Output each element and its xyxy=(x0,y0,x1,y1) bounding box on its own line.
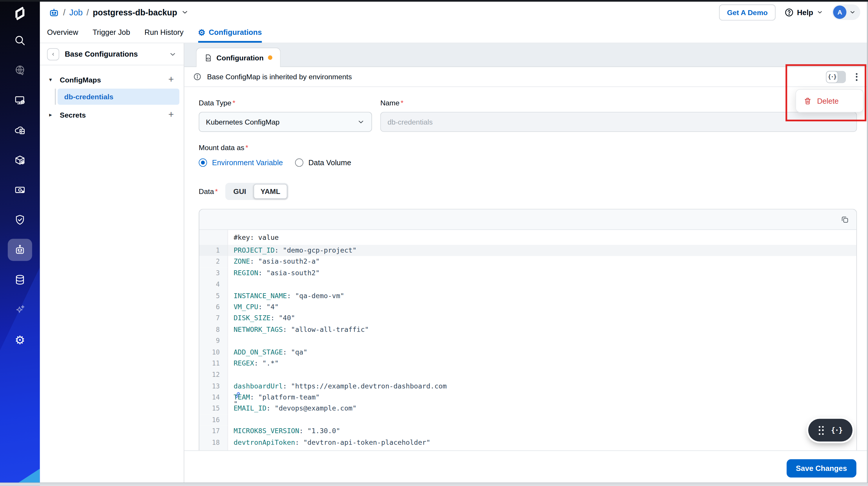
copy-icon[interactable] xyxy=(840,215,849,224)
save-footer: Save Changes xyxy=(184,450,868,486)
line-content: PROJECT_ID: "demo-gcp-project" xyxy=(228,245,356,256)
data-type-select[interactable]: Kubernetes ConfigMap xyxy=(199,112,372,132)
breadcrumb-job-link[interactable]: Job xyxy=(69,7,83,17)
security-shield-icon[interactable] xyxy=(8,208,32,232)
segment-gui[interactable]: GUI xyxy=(226,184,253,199)
line-number: 3 xyxy=(199,267,228,279)
jobs-bot-icon[interactable] xyxy=(8,239,32,261)
add-secret-button[interactable]: + xyxy=(165,109,177,120)
configmaps-group-row[interactable]: ▾ ConfigMaps + xyxy=(47,72,179,87)
yaml-mode-toggle[interactable]: {·} xyxy=(826,70,846,83)
editor-line[interactable]: 15EMAIL_ID: "devops@example.com" xyxy=(199,403,857,414)
drag-handle-icon[interactable] xyxy=(818,426,824,435)
editor-line[interactable]: 17MICROK8S_VERSION: "1.30.0" xyxy=(199,426,857,437)
line-number: 6 xyxy=(199,302,228,313)
editor-line[interactable]: 9 xyxy=(199,335,857,347)
editor-line[interactable]: 12 xyxy=(199,369,857,380)
line-content: MICROK8S_VERSION: "1.30.0" xyxy=(228,426,340,437)
line-number: 7 xyxy=(199,313,228,324)
job-bot-icon xyxy=(49,7,59,18)
help-label: Help xyxy=(797,8,813,17)
search-icon[interactable] xyxy=(8,28,32,53)
editor-line[interactable]: 4 xyxy=(199,279,857,290)
line-content: EMAIL_ID: "devops@example.com" xyxy=(228,403,356,414)
gear-icon: ⚙ xyxy=(198,28,206,36)
packages-icon[interactable] xyxy=(8,148,32,172)
line-content: INSTANCE_NAME: "qa-demo-vm" xyxy=(228,290,344,302)
trash-icon xyxy=(804,97,812,105)
line-content: TEAM: "platform-team" xyxy=(228,392,320,403)
name-input[interactable]: db-credentials xyxy=(380,112,857,132)
chevron-down-icon[interactable] xyxy=(181,8,189,16)
editor-line[interactable]: 1PROJECT_ID: "demo-gcp-project" xyxy=(199,245,857,256)
user-menu[interactable]: A xyxy=(832,4,860,20)
tab-overview[interactable]: Overview xyxy=(47,24,78,43)
resource-browser-icon[interactable] xyxy=(8,268,32,292)
file-code-icon xyxy=(204,53,212,62)
segment-yaml[interactable]: YAML xyxy=(253,184,287,199)
job-nav-tabs: Overview Trigger Job Run History ⚙ Confi… xyxy=(40,24,868,43)
cost-visibility-icon[interactable] xyxy=(8,178,32,202)
line-number: 19 xyxy=(199,448,228,451)
more-options-kebab-icon[interactable] xyxy=(854,72,859,82)
chart-store-icon[interactable] xyxy=(8,118,32,142)
editor-line[interactable]: 5INSTANCE_NAME: "qa-demo-vm" xyxy=(199,290,857,302)
editor-line[interactable]: 11REGEX: ".*" xyxy=(199,358,857,369)
radio-data-volume[interactable]: Data Volume xyxy=(295,159,351,167)
secrets-group-label: Secrets xyxy=(60,111,86,119)
tab-run-history[interactable]: Run History xyxy=(145,24,184,43)
website-globe-icon[interactable] xyxy=(8,58,32,82)
tab-trigger-job[interactable]: Trigger Job xyxy=(93,24,130,43)
help-question-icon xyxy=(784,7,794,17)
left-nav-rail: ⚙ xyxy=(0,0,40,486)
app-region: / Job / postgress-db-backup Get A Demo H… xyxy=(40,0,868,486)
editor-line[interactable]: 7DISK_SIZE: "40" xyxy=(199,313,857,324)
line-content xyxy=(228,369,234,380)
configuration-tab[interactable]: Configuration xyxy=(196,48,281,67)
chevron-down-icon xyxy=(357,118,365,126)
base-configurations-panel: Base Configurations ▾ ConfigMaps + db-cr… xyxy=(40,43,184,486)
chevron-left-icon xyxy=(51,51,55,57)
configuration-tabbar: Configuration xyxy=(184,43,868,67)
get-demo-button[interactable]: Get A Demo xyxy=(719,4,775,20)
editor-line[interactable]: 3REGION: "asia-south2" xyxy=(199,267,857,279)
caret-right-icon: ▸ xyxy=(49,112,55,117)
devtron-logo-icon[interactable] xyxy=(10,4,29,23)
code-braces-icon[interactable]: {·} xyxy=(831,426,842,434)
line-number: 5 xyxy=(199,290,228,302)
code-braces-icon: {·} xyxy=(826,70,838,83)
data-type-label: Data Type* xyxy=(199,99,372,107)
info-banner-text: Base ConfigMap is inherited by environme… xyxy=(207,73,352,81)
app-management-icon[interactable] xyxy=(8,88,32,112)
editor-line[interactable]: 18devtronApiToken: "devtron-api-token-pl… xyxy=(199,437,857,448)
tab-configurations[interactable]: ⚙ Configurations xyxy=(198,24,262,43)
chevron-down-icon xyxy=(817,9,823,16)
settings-gear-icon[interactable]: ⚙ xyxy=(8,327,32,352)
editor-line[interactable]: 8NETWORK_TAGS: "allow-all-traffic" xyxy=(199,324,857,335)
delete-menu-item[interactable]: Delete xyxy=(817,97,838,105)
help-menu[interactable]: Help xyxy=(784,7,823,17)
line-content xyxy=(228,414,234,426)
add-configmap-button[interactable]: + xyxy=(165,74,177,85)
radio-unselected-icon xyxy=(295,159,304,167)
editor-line[interactable]: 2ZONE: "asia-south2-a" xyxy=(199,256,857,267)
chevron-down-icon[interactable] xyxy=(169,50,177,58)
info-icon xyxy=(193,73,202,81)
editor-line[interactable]: 16 xyxy=(199,414,857,426)
floating-code-widget[interactable]: {·} xyxy=(808,419,852,441)
editor-line[interactable]: 6VM_CPU: "4" xyxy=(199,302,857,313)
editor-line[interactable]: 14TEAM: "platform-team" xyxy=(199,392,857,403)
ai-assistant-sparkle-icon[interactable] xyxy=(8,297,32,322)
save-changes-button[interactable]: Save Changes xyxy=(786,459,857,478)
editor-line[interactable]: 19 xyxy=(199,448,857,451)
editor-line[interactable]: 13dashboardUrl: "https://example.devtron… xyxy=(199,380,857,392)
radio-environment-variable[interactable]: Environment Variable xyxy=(199,159,283,167)
collapse-panel-button[interactable] xyxy=(47,48,59,60)
configmap-item-db-credentials[interactable]: db-credentials xyxy=(57,89,179,105)
line-number: 2 xyxy=(199,256,228,267)
editor-line[interactable]: 10ADD_ON_STAGE: "qa" xyxy=(199,347,857,358)
breadcrumb: / Job / postgress-db-backup xyxy=(49,7,189,18)
secrets-group-row[interactable]: ▸ Secrets + xyxy=(47,107,179,122)
yaml-comment: #key: value xyxy=(228,233,279,241)
configmaps-group-label: ConfigMaps xyxy=(60,76,101,84)
